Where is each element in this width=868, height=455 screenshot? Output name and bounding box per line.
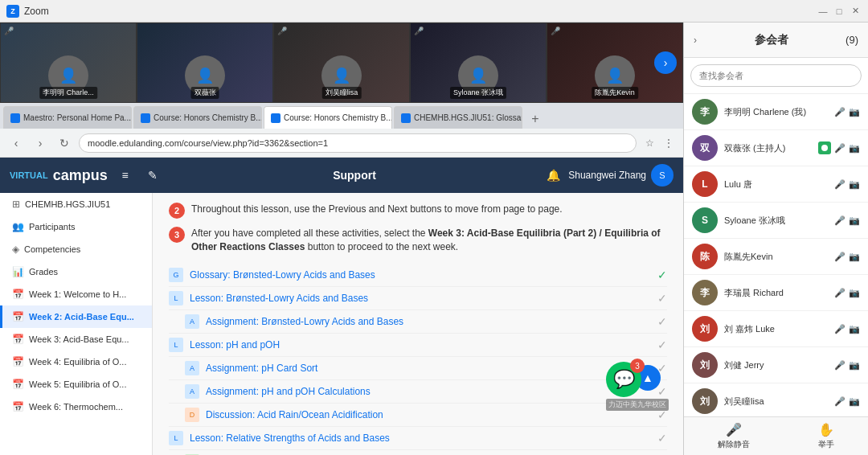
participant-item-7: 刘 刘健 Jerry 🎤 📷 <box>684 347 868 383</box>
add-tab-button[interactable]: + <box>526 109 545 129</box>
course-item-0: G Glossary: Brønsted-Lowry Acids and Bas… <box>169 264 667 287</box>
mic-icon-2: 🎤 <box>834 179 845 190</box>
logo-virtual: VIRTUAL <box>10 170 48 180</box>
participant-avatar-5: 李 <box>692 280 718 305</box>
mic-icon-1: 🎤 <box>834 143 845 154</box>
user-avatar: S <box>651 164 674 187</box>
course-item-link-2[interactable]: Assignment: Brønsted-Lowry Acids and Bas… <box>206 316 651 327</box>
panel-title: 参会者 <box>755 33 788 47</box>
participant-name-8: 刘吴瞳lisa <box>724 396 828 408</box>
mic-icon-8: 🎤 <box>834 396 845 407</box>
tab-3[interactable]: CHEMHB.HGS.JIU51: Glossar... ✕ <box>394 106 522 129</box>
sidebar-item-week4[interactable]: 📅 Week 4: Equilibria of O... <box>0 350 152 373</box>
participant-avatar-8: 刘 <box>692 388 718 414</box>
menu-toggle-button[interactable]: ≡ <box>116 166 135 185</box>
instr-text-3: After you have completed all these activ… <box>191 227 667 254</box>
course-list: G Glossary: Brønsted-Lowry Acids and Bas… <box>169 264 667 455</box>
video-next-button[interactable]: › <box>654 51 677 74</box>
tab-label-0: Maestro: Personal Home Pa... <box>23 113 131 122</box>
raise-hand-button[interactable]: ✋ 举手 <box>818 422 834 450</box>
participant-item-6: 刘 刘 嘉炜 Luke 🎤 📷 <box>684 311 868 347</box>
participant-label-2: 双薇张 <box>191 87 219 99</box>
mute-button[interactable]: 🎤 解除静音 <box>718 422 750 450</box>
mic-icon-6: 🎤 <box>834 324 845 334</box>
url-bar[interactable]: moodle.edulanding.com/course/view.php?id… <box>79 133 637 153</box>
search-input[interactable] <box>690 64 862 87</box>
participants-list: 李 李明明 Charlene (我) 🎤 📷 双 双薇张 (主持人) 🎤 📷 <box>684 94 868 416</box>
sidebar-item-participants[interactable]: 👥 Participants <box>0 215 152 238</box>
participant-avatar-6: 刘 <box>692 316 718 342</box>
tab-0[interactable]: Maestro: Personal Home Pa... ✕ <box>3 106 132 129</box>
sidebar-label-5: Week 2: Acid-Base Equ... <box>29 312 134 322</box>
refresh-button[interactable]: ↻ <box>55 133 74 153</box>
title-bar: Z Zoom — □ ✕ <box>0 0 868 23</box>
sidebar-item-week6[interactable]: 📅 Week 6: Thermochem... <box>0 396 152 418</box>
moodle-content: 2 Throughout this lesson, use the Previo… <box>153 193 683 455</box>
participant-name-1: 双薇张 (主持人) <box>724 142 812 154</box>
tab-1[interactable]: Course: Honors Chemistry B... ✕ <box>133 106 262 129</box>
address-bar: ‹ › ↻ moodle.edulanding.com/course/view.… <box>0 129 683 158</box>
minimize-button[interactable]: — <box>817 5 829 18</box>
user-menu[interactable]: Shuangwei Zhang S <box>568 164 674 187</box>
sidebar-icon-5: 📅 <box>12 311 24 322</box>
raise-hand-label: 举手 <box>818 439 834 450</box>
course-item-link-7[interactable]: Lesson: Relative Strengths of Acids and … <box>190 432 651 444</box>
sidebar-item-grades[interactable]: 📊 Grades <box>0 260 152 283</box>
course-item-4: A Assignment: pH Card Sort ✓ <box>169 357 667 380</box>
item-icon-3: L <box>169 338 183 352</box>
bookmark-icon[interactable]: ☆ <box>641 135 657 151</box>
sidebar-label-0: CHEMHB.HGS.JIU51 <box>25 199 110 209</box>
edit-mode-button[interactable]: ✎ <box>143 166 162 185</box>
logo-campus: campus <box>53 167 108 184</box>
sidebar-item-competencies[interactable]: ◈ Competencies <box>0 238 152 260</box>
notification-bell[interactable]: 🔔 <box>547 169 560 182</box>
item-icon-2: A <box>185 314 199 329</box>
sidebar-item-chemhb[interactable]: ⊞ CHEMHB.HGS.JIU51 <box>0 193 152 215</box>
sidebar-icon-3: 📊 <box>12 266 24 277</box>
cam-icon-3: 📷 <box>849 215 860 226</box>
participant-avatar-3: S <box>692 207 718 233</box>
course-item-link-5[interactable]: Assignment: pH and pOH Calculations <box>206 386 651 397</box>
participant-label-4: Syloane 张冰哦 <box>450 87 506 99</box>
sidebar-item-week3[interactable]: 📅 Week 3: Acid-Base Equ... <box>0 328 152 350</box>
participant-name-3: Syloane 张冰哦 <box>724 215 828 227</box>
instr-text-2: Throughout this lesson, use the Previous… <box>191 203 563 216</box>
course-item-5: A Assignment: pH and pOH Calculations ✓ <box>169 380 667 404</box>
maximize-button[interactable]: □ <box>833 5 845 18</box>
participant-item-8: 刘 刘吴瞳lisa 🎤 📷 <box>684 383 868 416</box>
watermark: 力迈中美九华校区 <box>606 399 669 411</box>
item-icon-5: A <box>185 384 199 399</box>
close-button[interactable]: ✕ <box>849 5 862 18</box>
menu-icon[interactable]: ⋮ <box>661 135 677 151</box>
item-icon-0: G <box>169 268 183 282</box>
participant-name-2: Lulu 唐 <box>724 178 828 191</box>
participant-name-4: 陈胤先Kevin <box>724 251 828 263</box>
course-item-link-0[interactable]: Glossary: Brønsted-Lowry Acids and Bases <box>190 269 651 281</box>
cam-icon-4: 📷 <box>849 252 860 262</box>
course-item-link-6[interactable]: Discussion: Acid Rain/Ocean Acidificatio… <box>206 409 651 420</box>
panel-chevron[interactable]: › <box>694 35 697 46</box>
course-item-link-3[interactable]: Lesson: pH and pOH <box>190 339 651 350</box>
zoom-footer: 🎤 解除静音 ✋ 举手 <box>684 416 868 455</box>
url-text: moodle.edulanding.com/course/view.php?id… <box>88 138 328 148</box>
check-grey-7: ✓ <box>657 432 667 445</box>
sidebar-item-week5[interactable]: 📅 Week 5: Equilibria of O... <box>0 373 152 396</box>
user-name: Shuangwei Zhang <box>568 170 646 181</box>
participant-item-2: L Lulu 唐 🎤 📷 <box>684 166 868 203</box>
participant-avatar-7: 刘 <box>692 352 718 378</box>
participant-icons-7: 🎤 📷 <box>834 360 860 371</box>
sidebar-item-week2[interactable]: 📅 Week 2: Acid-Base Equ... <box>0 305 152 328</box>
cam-icon-8: 📷 <box>849 396 860 407</box>
course-item-link-4[interactable]: Assignment: pH Card Sort <box>206 363 651 374</box>
course-item-link-1[interactable]: Lesson: Brønsted-Lowry Acids and Bases <box>190 293 651 304</box>
forward-button[interactable]: › <box>31 133 50 153</box>
sidebar-item-week1[interactable]: 📅 Week 1: Welcome to H... <box>0 283 152 305</box>
participant-item-5: 李 李瑞晨 Richard 🎤 📷 <box>684 275 868 311</box>
wechat-badge: 3 <box>630 359 645 373</box>
participant-avatar-1: 双 <box>692 135 718 161</box>
participant-label-5: 陈胤先Kevin <box>592 87 638 99</box>
item-icon-4: A <box>185 361 199 375</box>
tab-2[interactable]: Course: Honors Chemistry B... ✕ <box>264 106 392 129</box>
wechat-button[interactable]: 💬 3 力迈中美九华校区 <box>606 362 669 411</box>
back-button[interactable]: ‹ <box>6 133 26 153</box>
